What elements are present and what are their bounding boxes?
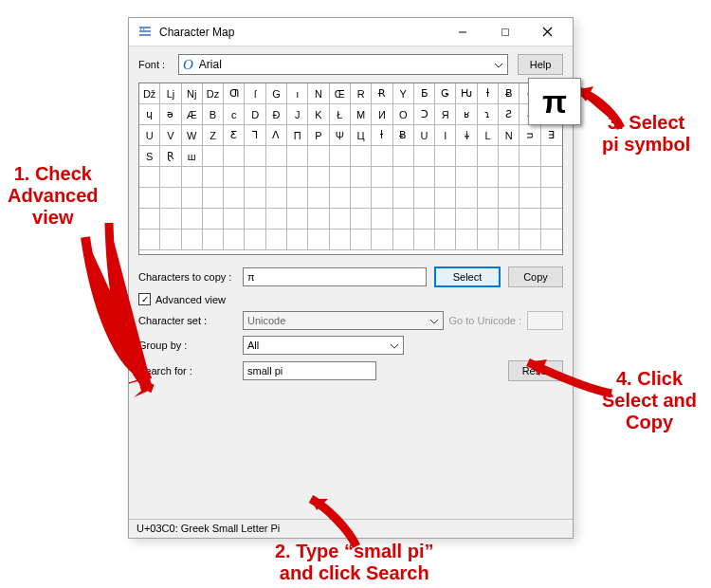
grid-cell[interactable] [330, 188, 351, 209]
grid-cell[interactable] [520, 209, 540, 230]
grid-cell[interactable]: Ƹ [224, 125, 245, 146]
grid-cell[interactable] [435, 188, 456, 209]
grid-cell[interactable] [203, 167, 224, 188]
maximize-button[interactable] [483, 19, 526, 46]
grid-cell[interactable] [245, 146, 265, 167]
grid-cell[interactable]: Æ [182, 104, 203, 125]
grid-cell[interactable]: U [414, 125, 435, 146]
grid-cell[interactable]: ı [287, 83, 308, 104]
grid-cell[interactable]: ∃ [541, 125, 562, 146]
grid-cell[interactable]: ɥ [139, 104, 160, 125]
grid-cell[interactable] [456, 167, 477, 188]
grid-cell[interactable]: Ψ [330, 125, 351, 146]
grid-cell[interactable] [224, 230, 245, 250]
close-button[interactable] [526, 19, 569, 46]
grid-cell[interactable] [224, 167, 245, 188]
grid-cell[interactable] [456, 209, 477, 230]
grid-cell[interactable]: G [266, 83, 287, 104]
grid-cell[interactable] [287, 188, 308, 209]
grid-cell[interactable] [266, 188, 287, 209]
grid-cell[interactable]: Ƕ [456, 83, 477, 104]
grid-cell[interactable] [414, 167, 435, 188]
grid-cell[interactable]: I [435, 125, 456, 146]
grid-cell[interactable] [139, 167, 160, 188]
grid-cell[interactable] [435, 209, 456, 230]
grid-cell[interactable] [330, 146, 351, 167]
grid-cell[interactable] [351, 209, 372, 230]
grid-cell[interactable]: K [308, 104, 329, 125]
grid-cell[interactable]: D [245, 104, 265, 125]
grid-cell[interactable]: O [393, 104, 414, 125]
grid-cell[interactable] [541, 167, 562, 188]
grid-cell[interactable]: Ρ [308, 125, 329, 146]
grid-cell[interactable] [520, 188, 540, 209]
grid-cell[interactable]: Z [203, 125, 224, 146]
grid-cell[interactable] [160, 167, 181, 188]
grid-cell[interactable] [266, 167, 287, 188]
grid-cell[interactable]: Œ [330, 83, 351, 104]
grid-cell[interactable] [330, 167, 351, 188]
grid-cell[interactable] [160, 188, 181, 209]
grid-cell[interactable]: M [351, 104, 372, 125]
grid-cell[interactable] [203, 209, 224, 230]
grid-cell[interactable] [499, 146, 520, 167]
grid-cell[interactable] [245, 167, 265, 188]
grid-cell[interactable] [414, 146, 435, 167]
grid-cell[interactable] [520, 146, 540, 167]
grid-cell[interactable] [478, 230, 499, 250]
grid-cell[interactable]: U [139, 125, 160, 146]
copy-button[interactable]: Copy [508, 266, 563, 287]
grid-cell[interactable] [182, 188, 203, 209]
grid-cell[interactable] [351, 188, 372, 209]
grid-cell[interactable]: Ƨ [499, 104, 520, 125]
grid-cell[interactable]: N [308, 83, 329, 104]
grid-cell[interactable] [351, 230, 372, 250]
grid-cell[interactable] [435, 230, 456, 250]
grid-cell[interactable]: ſ [245, 83, 265, 104]
grid-cell[interactable] [224, 209, 245, 230]
grid-cell[interactable]: Y [393, 83, 414, 104]
grid-cell[interactable] [393, 230, 414, 250]
grid-cell[interactable]: Ʌ [266, 125, 287, 146]
grid-cell[interactable] [372, 230, 392, 250]
grid-cell[interactable] [266, 230, 287, 250]
grid-cell[interactable]: Π [287, 125, 308, 146]
grid-cell[interactable]: Ł [330, 104, 351, 125]
grid-cell[interactable]: Ð [266, 104, 287, 125]
grid-cell[interactable]: Я [435, 104, 456, 125]
grid-cell[interactable] [203, 230, 224, 250]
character-grid[interactable]: DžLjNjDzƢſGıNŒRɌYƂǤǶƚɃɋɍɥǝÆBcDÐJKŁMИOƆЯʁ… [138, 83, 563, 255]
grid-cell[interactable] [541, 230, 562, 250]
charset-dropdown[interactable]: Unicode [243, 311, 444, 330]
grid-cell[interactable]: N [499, 125, 520, 146]
grid-cell[interactable] [203, 188, 224, 209]
grid-cell[interactable] [393, 167, 414, 188]
grid-cell[interactable] [266, 209, 287, 230]
grid-cell[interactable] [393, 188, 414, 209]
grid-cell[interactable] [393, 146, 414, 167]
grid-cell[interactable]: Lj [160, 83, 181, 104]
grid-cell[interactable] [203, 146, 224, 167]
grid-cell[interactable] [414, 230, 435, 250]
grid-cell[interactable] [393, 209, 414, 230]
grid-cell[interactable]: Ƃ [414, 83, 435, 104]
grid-cell[interactable] [478, 146, 499, 167]
grid-cell[interactable] [245, 209, 265, 230]
grid-cell[interactable] [478, 167, 499, 188]
grid-cell[interactable]: Ƀ [393, 125, 414, 146]
grid-cell[interactable]: ɿ [478, 104, 499, 125]
grid-cell[interactable]: Ǥ [435, 83, 456, 104]
grid-cell[interactable] [308, 188, 329, 209]
grid-cell[interactable] [287, 209, 308, 230]
grid-cell[interactable]: B [203, 104, 224, 125]
grid-cell[interactable]: Dz [203, 83, 224, 104]
grid-cell[interactable]: ⸸ [456, 125, 477, 146]
grid-cell[interactable] [541, 146, 562, 167]
grid-cell[interactable] [308, 167, 329, 188]
grid-cell[interactable] [287, 146, 308, 167]
grid-cell[interactable]: Ц [351, 125, 372, 146]
group-dropdown[interactable]: All [243, 336, 404, 355]
grid-cell[interactable] [287, 167, 308, 188]
grid-cell[interactable] [224, 146, 245, 167]
grid-cell[interactable]: L [478, 125, 499, 146]
